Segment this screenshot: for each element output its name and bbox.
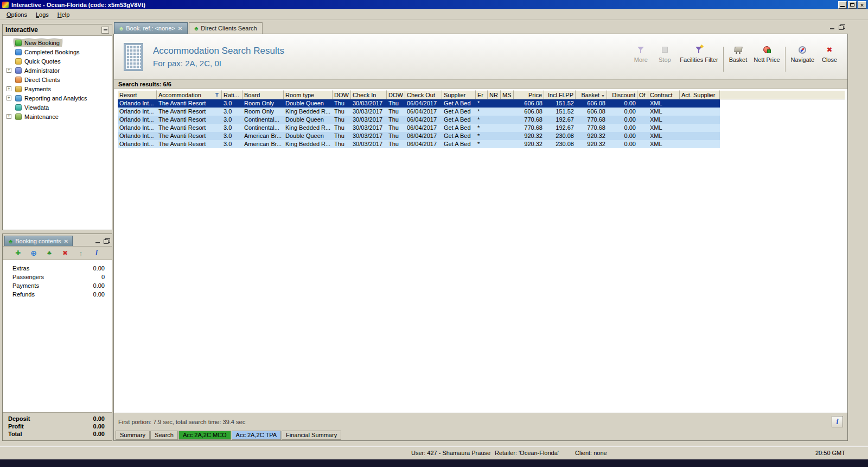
result-row[interactable]: Orlando Int...The Avanti Resort3.0Room O… bbox=[118, 108, 720, 116]
column-header-rati[interactable]: Rati... bbox=[222, 90, 242, 99]
column-header-basket[interactable]: Basket bbox=[576, 90, 607, 99]
column-header-nr[interactable]: NR bbox=[488, 90, 501, 99]
delete-icon[interactable] bbox=[61, 249, 69, 257]
close-button[interactable]: Close bbox=[820, 42, 839, 64]
column-header-supplier[interactable]: Supplier bbox=[442, 90, 476, 99]
column-header-accommodation[interactable]: Accommodation bbox=[157, 90, 222, 99]
add-icon[interactable] bbox=[14, 249, 22, 257]
cell-nr bbox=[488, 108, 501, 116]
cell-board: Room Only bbox=[242, 99, 284, 108]
panel-collapse-button[interactable] bbox=[101, 27, 109, 34]
cell-accommodation: The Avanti Resort bbox=[157, 116, 222, 124]
sidebar-item-direct-clients[interactable]: +Direct Clients bbox=[3, 75, 112, 84]
basket-button[interactable]: Basket bbox=[728, 42, 749, 64]
column-header-room-type[interactable]: Room type bbox=[284, 90, 333, 99]
mdi-restore-icon[interactable] bbox=[839, 24, 845, 30]
cell-contract: XML bbox=[648, 108, 680, 116]
column-header-check-out[interactable]: Check Out bbox=[405, 90, 442, 99]
column-header-of[interactable]: Of bbox=[637, 90, 648, 99]
column-header-incl-fl-pp[interactable]: Incl.Fl.PP bbox=[544, 90, 576, 99]
close-button[interactable] bbox=[858, 1, 866, 9]
cell-room-type: Double Queen bbox=[284, 132, 333, 140]
column-header-price[interactable]: Price bbox=[514, 90, 544, 99]
filter-icon[interactable] bbox=[215, 92, 220, 97]
panel-restore-icon[interactable] bbox=[104, 238, 110, 244]
column-header-dow[interactable]: DOW bbox=[333, 90, 351, 99]
menu-help[interactable]: Help bbox=[53, 10, 74, 19]
column-header-act-supplier[interactable]: Act. Supplier bbox=[680, 90, 720, 99]
column-header-resort[interactable]: Resort bbox=[118, 90, 157, 99]
sidebar-item-content: Quick Quotes bbox=[14, 58, 63, 65]
cell-of bbox=[637, 140, 648, 148]
result-row[interactable]: Orlando Int...The Avanti Resort3.0Room O… bbox=[118, 99, 720, 108]
column-header-ms[interactable]: MS bbox=[501, 90, 514, 99]
bottom-tab-financial-summary[interactable]: Financial Summary bbox=[282, 431, 341, 440]
tab-close-icon[interactable] bbox=[178, 25, 182, 31]
mdi-minimize-icon[interactable] bbox=[830, 25, 835, 30]
column-header-discount[interactable]: Discount bbox=[607, 90, 637, 99]
cell-board: Continental... bbox=[242, 124, 284, 132]
sidebar-item-maintenance[interactable]: +Maintenance bbox=[3, 112, 112, 121]
navigation-panel: Interactive +New Booking+Completed Booki… bbox=[2, 24, 112, 230]
result-row[interactable]: Orlando Int...The Avanti Resort3.0Americ… bbox=[118, 140, 720, 148]
bottom-tab-summary[interactable]: Summary bbox=[116, 431, 150, 440]
menu-options[interactable]: Options bbox=[2, 10, 31, 19]
more-button: More bbox=[631, 42, 650, 64]
maximize-button[interactable] bbox=[848, 1, 857, 9]
nett-price-button[interactable]: Nett Price bbox=[752, 42, 781, 64]
cell-discount: 0.00 bbox=[607, 116, 637, 124]
info-button[interactable]: i bbox=[832, 416, 843, 427]
toolbar-button-label: Stop bbox=[659, 56, 671, 63]
cell-dow: Thu bbox=[387, 99, 405, 108]
sort-icon[interactable] bbox=[601, 92, 605, 98]
tab-close-icon[interactable] bbox=[64, 238, 68, 244]
cell-check-in: 30/03/2017 bbox=[351, 99, 387, 108]
cell-ms bbox=[501, 99, 514, 108]
booking-contents-tab[interactable]: Booking contents bbox=[4, 236, 73, 246]
cell-check-in: 30/03/2017 bbox=[351, 140, 387, 148]
panel-minimize-icon[interactable] bbox=[95, 239, 100, 244]
column-header-label: Basket bbox=[581, 92, 599, 98]
tab-book-ref-none[interactable]: Book. ref.: <none> bbox=[114, 22, 188, 34]
cell-of bbox=[637, 116, 648, 124]
bottom-tab-acc-2a-2c-mco[interactable]: Acc 2A,2C MCO bbox=[178, 431, 231, 440]
cell-of bbox=[637, 132, 648, 140]
bottom-tab-search[interactable]: Search bbox=[150, 431, 178, 440]
tab-direct-clients-search[interactable]: Direct Clients Search bbox=[189, 22, 263, 34]
cell-discount: 0.00 bbox=[607, 132, 637, 140]
info-icon[interactable] bbox=[92, 249, 101, 257]
cell-act-supplier bbox=[680, 99, 720, 108]
sidebar-item-administrator[interactable]: +Administrator bbox=[3, 66, 112, 75]
application-window: Interactive - Ocean-Florida (code: x5m53… bbox=[0, 0, 868, 467]
sidebar-item-new-booking[interactable]: +New Booking bbox=[3, 38, 112, 47]
minimize-button[interactable] bbox=[838, 1, 847, 9]
sidebar-item-completed-bookings[interactable]: +Completed Bookings bbox=[3, 47, 112, 56]
expand-icon[interactable]: + bbox=[7, 86, 11, 91]
expand-icon[interactable]: + bbox=[7, 114, 11, 119]
expand-icon[interactable]: + bbox=[7, 68, 11, 73]
toolbar-button-label: Navigate bbox=[791, 56, 814, 63]
cell-contract: XML bbox=[648, 116, 680, 124]
column-header-check-in[interactable]: Check In bbox=[351, 90, 387, 99]
cell-dow: Thu bbox=[333, 132, 351, 140]
sidebar-item-reporting-and-analytics[interactable]: +Reporting and Analytics bbox=[3, 93, 112, 103]
result-row[interactable]: Orlando Int...The Avanti Resort3.0Contin… bbox=[118, 124, 720, 132]
result-row[interactable]: Orlando Int...The Avanti Resort3.0Americ… bbox=[118, 132, 720, 140]
import-icon[interactable] bbox=[76, 249, 85, 257]
navigate-button[interactable]: Navigate bbox=[790, 42, 815, 64]
column-header-board[interactable]: Board bbox=[242, 90, 284, 99]
menu-logs[interactable]: Logs bbox=[31, 10, 53, 19]
column-header-contract[interactable]: Contract bbox=[648, 90, 680, 99]
sidebar-item-payments[interactable]: +Payments bbox=[3, 84, 112, 93]
bottom-tab-acc-2a-2c-tpa[interactable]: Acc 2A,2C TPA bbox=[232, 431, 281, 440]
sidebar-item-viewdata[interactable]: +Viewdata bbox=[3, 103, 112, 112]
result-row[interactable]: Orlando Int...The Avanti Resort3.0Contin… bbox=[118, 116, 720, 124]
world-icon[interactable] bbox=[29, 249, 38, 257]
facilities-filter-button[interactable]: Facilities Filter bbox=[679, 42, 719, 64]
cell-check-in: 30/03/2017 bbox=[351, 132, 387, 140]
expand-icon[interactable]: + bbox=[7, 96, 11, 100]
column-header-er[interactable]: Er bbox=[476, 90, 488, 99]
export-icon[interactable] bbox=[45, 249, 54, 257]
sidebar-item-quick-quotes[interactable]: +Quick Quotes bbox=[3, 56, 112, 66]
column-header-dow[interactable]: DOW bbox=[387, 90, 405, 99]
